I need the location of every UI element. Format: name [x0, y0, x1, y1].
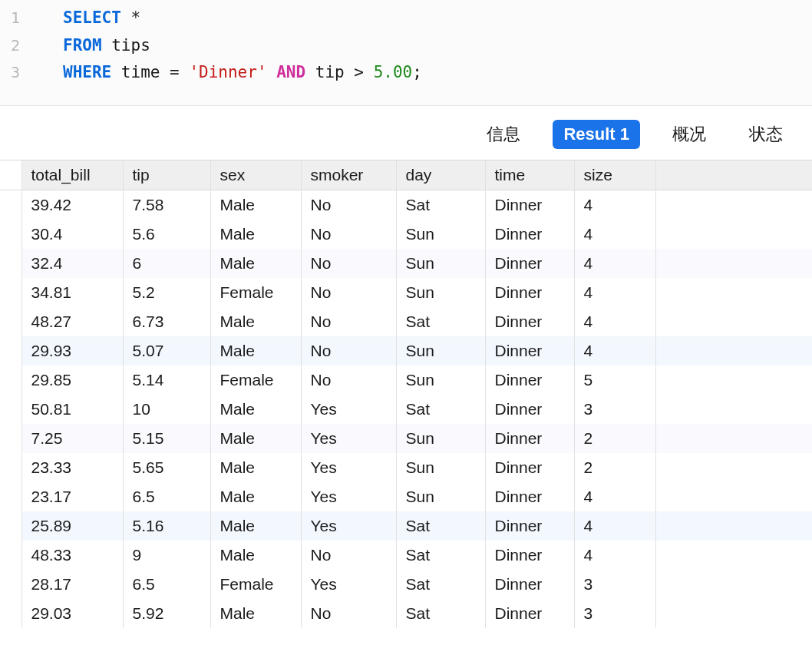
cell-smoker[interactable]: No	[301, 541, 396, 570]
cell-sex[interactable]: Male	[210, 307, 301, 336]
tab-result-1[interactable]: Result 1	[553, 120, 640, 149]
cell-total_bill[interactable]: 50.81	[21, 395, 123, 424]
column-header-time[interactable]: time	[485, 160, 574, 190]
cell-tip[interactable]: 5.14	[123, 366, 210, 395]
cell-size[interactable]: 4	[574, 307, 655, 336]
tab-overview[interactable]: 概况	[662, 118, 717, 150]
cell-smoker[interactable]: No	[301, 307, 396, 336]
cell-total_bill[interactable]: 23.17	[21, 482, 123, 511]
cell-smoker[interactable]: No	[301, 278, 396, 307]
cell-sex[interactable]: Male	[210, 511, 301, 541]
cell-size[interactable]: 4	[574, 511, 655, 541]
cell-day[interactable]: Sun	[396, 336, 485, 366]
cell-size[interactable]: 4	[574, 482, 655, 511]
cell-tip[interactable]: 6	[123, 249, 210, 278]
cell-size[interactable]: 3	[574, 395, 655, 424]
cell-tip[interactable]: 5.16	[123, 511, 210, 541]
sql-editor[interactable]: 1SELECT *2FROM tips3WHERE time = 'Dinner…	[0, 0, 812, 106]
cell-total_bill[interactable]: 29.85	[21, 366, 123, 395]
cell-smoker[interactable]: Yes	[301, 424, 396, 453]
table-row[interactable]: 29.855.14FemaleNoSunDinner5	[0, 366, 812, 395]
column-header-total_bill[interactable]: total_bill	[21, 160, 123, 190]
code-content[interactable]: FROM tips	[41, 32, 150, 60]
cell-total_bill[interactable]: 34.81	[21, 278, 123, 307]
cell-size[interactable]: 3	[574, 599, 655, 628]
cell-day[interactable]: Sat	[396, 511, 485, 541]
cell-tip[interactable]: 5.92	[123, 599, 210, 628]
table-row[interactable]: 48.339MaleNoSatDinner4	[0, 541, 812, 570]
cell-sex[interactable]: Male	[210, 395, 301, 424]
cell-tip[interactable]: 6.5	[123, 570, 210, 599]
cell-sex[interactable]: Male	[210, 541, 301, 570]
cell-time[interactable]: Dinner	[485, 220, 574, 249]
cell-sex[interactable]: Female	[210, 278, 301, 307]
cell-sex[interactable]: Male	[210, 599, 301, 628]
cell-time[interactable]: Dinner	[485, 249, 574, 278]
cell-size[interactable]: 2	[574, 453, 655, 482]
cell-smoker[interactable]: No	[301, 220, 396, 249]
cell-time[interactable]: Dinner	[485, 482, 574, 511]
cell-tip[interactable]: 5.65	[123, 453, 210, 482]
cell-sex[interactable]: Male	[210, 220, 301, 249]
cell-day[interactable]: Sat	[396, 190, 485, 220]
table-row[interactable]: 23.335.65MaleYesSunDinner2	[0, 453, 812, 482]
cell-size[interactable]: 4	[574, 336, 655, 366]
cell-smoker[interactable]: Yes	[301, 395, 396, 424]
cell-total_bill[interactable]: 32.4	[21, 249, 123, 278]
cell-day[interactable]: Sun	[396, 249, 485, 278]
cell-time[interactable]: Dinner	[485, 278, 574, 307]
cell-smoker[interactable]: No	[301, 249, 396, 278]
table-row[interactable]: 28.176.5FemaleYesSatDinner3	[0, 570, 812, 599]
cell-size[interactable]: 4	[574, 249, 655, 278]
cell-total_bill[interactable]: 25.89	[21, 511, 123, 541]
cell-smoker[interactable]: Yes	[301, 453, 396, 482]
cell-total_bill[interactable]: 48.27	[21, 307, 123, 336]
cell-smoker[interactable]: Yes	[301, 511, 396, 541]
cell-smoker[interactable]: Yes	[301, 570, 396, 599]
cell-day[interactable]: Sat	[396, 570, 485, 599]
cell-day[interactable]: Sun	[396, 366, 485, 395]
cell-tip[interactable]: 7.58	[123, 190, 210, 220]
code-content[interactable]: WHERE time = 'Dinner' AND tip > 5.00;	[41, 59, 422, 87]
cell-sex[interactable]: Male	[210, 424, 301, 453]
cell-total_bill[interactable]: 7.25	[21, 424, 123, 453]
table-row[interactable]: 23.176.5MaleYesSunDinner4	[0, 482, 812, 511]
cell-tip[interactable]: 5.15	[123, 424, 210, 453]
cell-size[interactable]: 4	[574, 278, 655, 307]
cell-time[interactable]: Dinner	[485, 599, 574, 628]
cell-time[interactable]: Dinner	[485, 453, 574, 482]
table-row[interactable]: 29.035.92MaleNoSatDinner3	[0, 599, 812, 628]
table-row[interactable]: 7.255.15MaleYesSunDinner2	[0, 424, 812, 453]
cell-size[interactable]: 4	[574, 220, 655, 249]
cell-sex[interactable]: Male	[210, 249, 301, 278]
cell-tip[interactable]: 6.73	[123, 307, 210, 336]
cell-size[interactable]: 4	[574, 190, 655, 220]
cell-total_bill[interactable]: 39.42	[21, 190, 123, 220]
cell-total_bill[interactable]: 29.93	[21, 336, 123, 366]
table-row[interactable]: 48.276.73MaleNoSatDinner4	[0, 307, 812, 336]
code-content[interactable]: SELECT *	[41, 5, 140, 32]
cell-tip[interactable]: 9	[123, 541, 210, 570]
cell-tip[interactable]: 6.5	[123, 482, 210, 511]
cell-time[interactable]: Dinner	[485, 570, 574, 599]
cell-day[interactable]: Sun	[396, 220, 485, 249]
column-header-sex[interactable]: sex	[210, 160, 301, 190]
table-row[interactable]: 30.45.6MaleNoSunDinner4	[0, 220, 812, 249]
column-header-tip[interactable]: tip	[123, 160, 210, 190]
cell-total_bill[interactable]: 23.33	[21, 453, 123, 482]
cell-time[interactable]: Dinner	[485, 190, 574, 220]
result-grid[interactable]: total_billtipsexsmokerdaytimesize39.427.…	[0, 160, 812, 628]
editor-line[interactable]: 1SELECT *	[0, 5, 812, 32]
cell-time[interactable]: Dinner	[485, 424, 574, 453]
table-row[interactable]: 39.427.58MaleNoSatDinner4	[0, 190, 812, 220]
cell-sex[interactable]: Male	[210, 190, 301, 220]
cell-total_bill[interactable]: 29.03	[21, 599, 123, 628]
cell-day[interactable]: Sun	[396, 278, 485, 307]
cell-day[interactable]: Sat	[396, 307, 485, 336]
cell-tip[interactable]: 5.2	[123, 278, 210, 307]
cell-tip[interactable]: 10	[123, 395, 210, 424]
cell-sex[interactable]: Female	[210, 366, 301, 395]
cell-sex[interactable]: Male	[210, 336, 301, 366]
cell-size[interactable]: 4	[574, 541, 655, 570]
table-row[interactable]: 29.935.07MaleNoSunDinner4	[0, 336, 812, 366]
